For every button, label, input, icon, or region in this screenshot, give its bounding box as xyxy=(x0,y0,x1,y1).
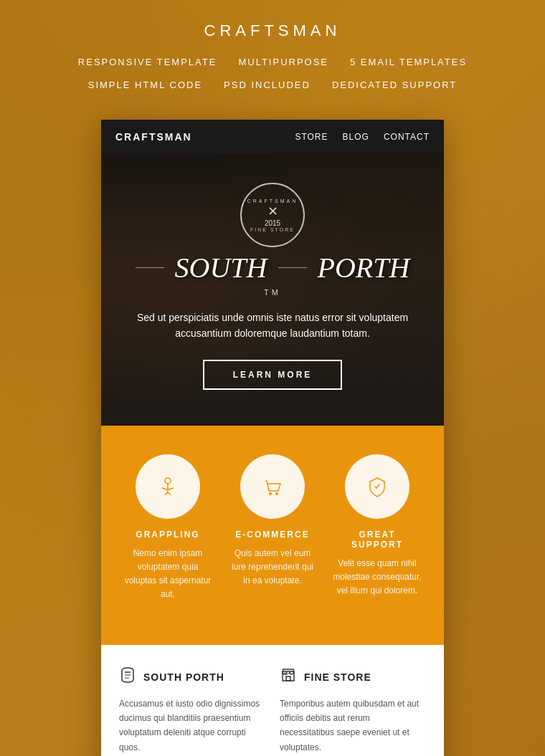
svg-line-3 xyxy=(168,492,171,495)
feature-ecommerce-desc: Quis autem vel eum iure reprehenderit qu… xyxy=(227,547,318,588)
svg-line-2 xyxy=(165,492,168,495)
tag-support: DEDICATED SUPPORT xyxy=(332,76,457,95)
hero-section: CRAFTSMAN ✕ 2015 FINE STORE SOUTH PORTH … xyxy=(101,154,444,426)
hero-subtitle: TM xyxy=(264,288,281,297)
nav-links: STORE BLOG CONTACT xyxy=(295,132,430,142)
card-nav: CRAFTSMAN STORE BLOG CONTACT xyxy=(101,120,444,154)
bottom-col-left: SOUTH PORTH Accusamus et iusto odio dign… xyxy=(119,666,265,755)
nav-store[interactable]: STORE xyxy=(295,132,328,142)
feature-grappling-title: GRAPPLING xyxy=(136,530,199,540)
feature-ecommerce-title: E-COMMERCE xyxy=(235,530,309,540)
nav-blog[interactable]: BLOG xyxy=(343,132,369,142)
hero-description: Sed ut perspiciatis unde omnis iste natu… xyxy=(136,310,409,342)
feature-grappling-icon xyxy=(136,454,200,519)
tag-html: SIMPLE HTML CODE xyxy=(88,76,202,95)
svg-rect-11 xyxy=(286,676,290,681)
nav-contact[interactable]: CONTACT xyxy=(384,132,430,142)
svg-point-5 xyxy=(275,492,278,495)
feature-ecommerce: E-COMMERCE Quis autem vel eum iure repre… xyxy=(220,454,325,602)
hero-badge: CRAFTSMAN ✕ 2015 FINE STORE xyxy=(240,183,305,247)
bottom-right-title: FINE STORE xyxy=(304,671,371,683)
preview-card: CRAFTSMAN STORE BLOG CONTACT CRAFTSMAN ✕… xyxy=(101,120,444,756)
feature-grappling-desc: Nemo enim ipsam voluptatem quia voluptas… xyxy=(123,547,213,602)
tag-responsive: RESPONSIVE TEMPLATE xyxy=(78,53,217,72)
tag-multipurpose: MULTIPURPOSE xyxy=(238,53,328,72)
nav-logo: CRAFTSMAN xyxy=(115,131,295,143)
fine-store-icon xyxy=(280,666,297,688)
badge-icon: ✕ xyxy=(267,204,278,219)
badge-year: 2015 xyxy=(265,219,280,227)
title-line-left xyxy=(136,267,164,268)
bottom-left-title: SOUTH PORTH xyxy=(143,671,224,683)
features-grid: GRAPPLING Nemo enim ipsam voluptatem qui… xyxy=(115,454,430,602)
feature-support-title: GREAT SUPPORT xyxy=(332,530,422,550)
feature-grappling: GRAPPLING Nemo enim ipsam voluptatem qui… xyxy=(115,454,220,602)
hero-title-left: SOUTH xyxy=(175,251,267,284)
feature-ecommerce-icon xyxy=(240,454,305,519)
hero-title-right: PORTH xyxy=(318,251,410,284)
svg-point-0 xyxy=(165,478,171,484)
bottom-left-text: Accusamus et iusto odio dignissimos duci… xyxy=(119,697,265,755)
badge-top-text: CRAFTSMAN xyxy=(247,198,298,204)
features-section: GRAPPLING Nemo enim ipsam voluptatem qui… xyxy=(101,426,444,645)
site-brand: CRAFTSMAN xyxy=(14,21,531,40)
bottom-left-header: SOUTH PORTH xyxy=(119,666,265,688)
tag-email: 5 EMAIL TEMPLATES xyxy=(350,53,467,72)
title-line-right xyxy=(278,267,307,268)
badge-bottom-text: FINE STORE xyxy=(250,227,295,232)
feature-support: GREAT SUPPORT Velit esse quam nihil mole… xyxy=(325,454,430,602)
tag-psd: PSD INCLUDED xyxy=(224,76,311,95)
learn-more-button[interactable]: LEARN MORE xyxy=(203,360,343,390)
bottom-right-header: FINE STORE xyxy=(280,666,426,688)
svg-line-7 xyxy=(376,484,379,488)
south-porth-icon xyxy=(119,666,136,688)
top-header: CRAFTSMAN RESPONSIVE TEMPLATE MULTIPURPO… xyxy=(0,0,545,109)
feature-support-desc: Velit esse quam nihil molestiae consequa… xyxy=(332,557,422,598)
feature-support-icon xyxy=(345,454,409,519)
bottom-col-right: FINE STORE Temporibus autem quibusdam et… xyxy=(280,666,426,755)
tag-items: RESPONSIVE TEMPLATE MULTIPURPOSE 5 EMAIL… xyxy=(14,53,531,95)
bottom-right-text: Temporibus autem quibusdam et aut offici… xyxy=(280,697,426,755)
bottom-section: SOUTH PORTH Accusamus et iusto odio dign… xyxy=(101,645,444,756)
svg-point-4 xyxy=(269,492,272,495)
hero-title-row: SOUTH PORTH xyxy=(136,251,410,284)
